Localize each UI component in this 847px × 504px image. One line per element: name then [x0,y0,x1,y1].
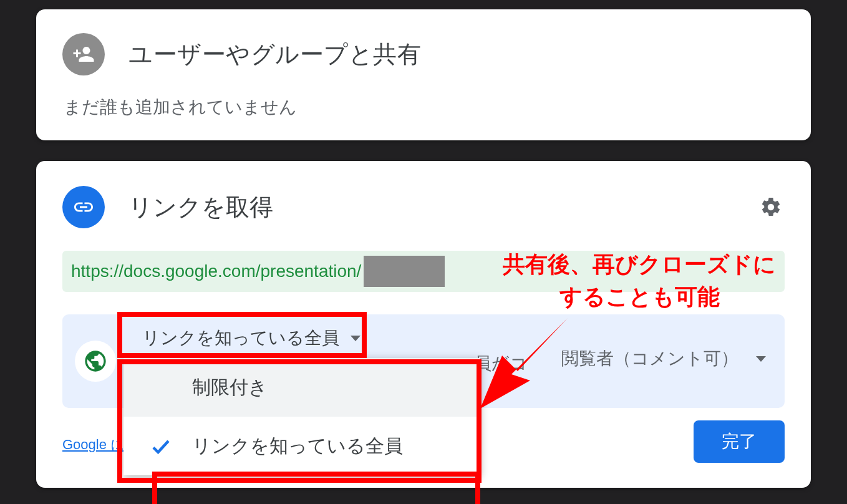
option-label: リンクを知っている全員 [192,434,403,459]
annotation-line2: することも可能 [471,281,808,313]
annotation-text: 共有後、再びクローズドに することも可能 [471,248,808,313]
done-button-label: 完了 [722,430,757,453]
link-scope-selected-label: リンクを知っている全員 [142,326,339,350]
share-title[interactable]: ユーザーやグループと共有 [128,39,421,70]
link-scope-dropdown-menu: 制限付き リンクを知っている全員 [123,358,480,475]
get-link-title: リンクを取得 [128,191,757,223]
send-feedback-link[interactable]: Google に [62,435,125,454]
link-icon [62,186,105,228]
option-label: 制限付き [192,375,268,400]
done-button[interactable]: 完了 [694,420,785,463]
link-scope-option-anyone[interactable]: リンクを知っている全員 [123,417,480,475]
check-icon [150,435,172,458]
share-with-people-card: ユーザーやグループと共有 まだ誰も追加されていません [36,9,811,140]
share-subtitle: まだ誰も追加されていません [36,75,811,119]
link-scope-option-restricted[interactable]: 制限付き [123,358,480,417]
redacted-url-segment [364,256,445,287]
globe-icon [75,341,116,382]
link-scope-dropdown-button[interactable]: リンクを知っている全員 [131,319,372,357]
get-link-header: リンクを取得 [36,161,811,228]
gear-icon[interactable] [757,193,785,221]
annotation-arrow [474,312,586,412]
role-dropdown-button[interactable]: 閲覧者（コメント可） [561,347,766,371]
caret-down-icon [351,336,361,341]
role-selected-label: 閲覧者（コメント可） [561,347,738,371]
svg-marker-0 [480,318,568,409]
person-add-icon [62,33,105,75]
caret-down-icon [756,356,766,362]
share-header: ユーザーやグループと共有 [36,9,811,75]
annotation-line1: 共有後、再びクローズドに [471,248,808,281]
share-url-text: https://docs.google.com/presentation/ [71,261,361,281]
